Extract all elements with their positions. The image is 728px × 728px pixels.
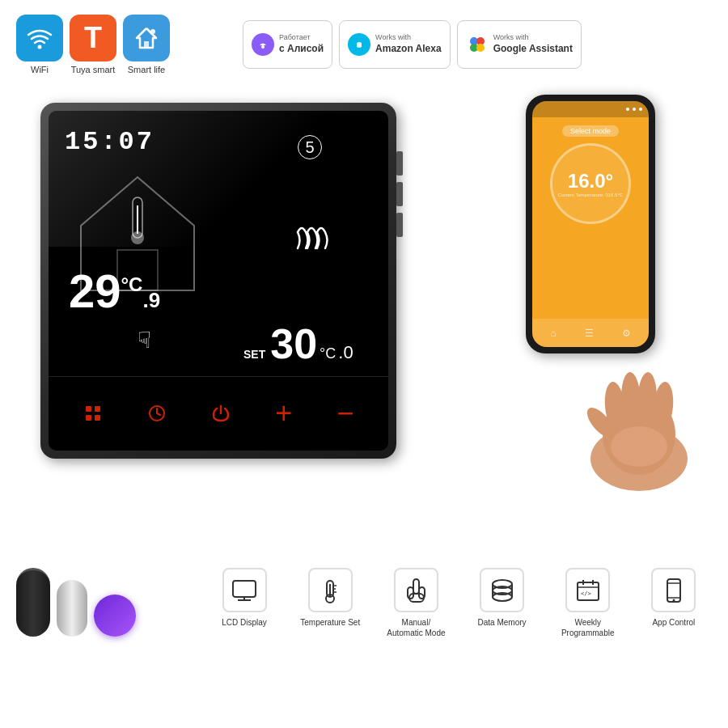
svg-text:</>: </> — [581, 590, 591, 597]
svg-point-2 — [150, 29, 155, 34]
alice-badge-text: Работает с Алисой — [279, 33, 324, 55]
feature-manual: Manual/ Automatic Mode — [383, 568, 448, 638]
period-icon: 5 — [298, 135, 322, 159]
set-temp-value: 30 — [270, 320, 317, 368]
touch-buttons-area[interactable]: + − — [49, 376, 388, 451]
svg-line-21 — [157, 413, 160, 415]
wifi-icon-wrap: WiFi — [16, 15, 63, 74]
increase-button[interactable]: + — [275, 399, 292, 428]
side-btn-3[interactable] — [396, 213, 403, 237]
heating-icon — [243, 220, 376, 258]
badges-group: Работает с Алисой Works with Amazon Alex… — [243, 20, 582, 69]
google-brand: Google Assistant — [493, 43, 573, 56]
hand-holding-phone — [558, 329, 720, 494]
side-btn-2[interactable] — [396, 182, 403, 206]
weekly-programmable-icon: </> — [574, 576, 603, 605]
current-temp-decimal: .9 — [142, 288, 160, 312]
phone-mode-label[interactable]: Select mode — [562, 125, 619, 137]
wifi-label: WiFi — [31, 65, 49, 74]
current-temp-display: 29°C.9 — [69, 268, 160, 315]
alice-brand: с Алисой — [279, 43, 324, 56]
set-temp-unit: °C — [320, 345, 336, 362]
feature-temp-set: Temperature Set — [298, 568, 362, 638]
phone-settings-nav[interactable]: ⚙ — [622, 328, 631, 339]
menu-button[interactable] — [83, 404, 103, 423]
current-temp-unit: °C — [121, 273, 143, 295]
echo-white-cylinder — [57, 580, 87, 637]
alice-works: Работает — [279, 33, 324, 43]
phone-device: Select mode 16.0° Current Temperature: 0… — [526, 95, 655, 353]
top-section: WiFi T Tuya smart Smart life — [0, 0, 728, 78]
lcd-display-area: 15:07 — [49, 111, 388, 376]
phone-bottom-nav[interactable]: ⌂ ☰ ⚙ — [532, 319, 649, 347]
svg-point-4 — [261, 45, 265, 49]
alice-svg-icon — [256, 37, 270, 52]
smartlife-icon-box — [123, 15, 170, 61]
svg-rect-53 — [667, 579, 680, 602]
power-button[interactable] — [211, 404, 231, 423]
decrease-button[interactable]: − — [336, 399, 353, 428]
hand-touch-icon — [401, 576, 430, 605]
weekly-label: Weekly Programmable — [556, 617, 620, 638]
menu-icon — [83, 404, 103, 423]
amazon-echo-white — [57, 580, 87, 637]
svg-point-56 — [672, 599, 675, 601]
alexa-works: Works with — [375, 33, 442, 43]
svg-rect-18 — [95, 415, 100, 421]
temp-set-icon-box — [308, 568, 353, 612]
side-buttons — [396, 151, 403, 237]
temp-set-label: Temperature Set — [300, 617, 360, 628]
svg-point-9 — [476, 44, 485, 52]
alexa-svg-icon — [352, 37, 366, 52]
echo-dot-purple — [94, 595, 136, 637]
feature-app: App Control — [641, 568, 706, 638]
thermostat-container: 15:07 — [16, 87, 404, 475]
echo-dark-cylinder — [16, 568, 50, 637]
feature-memory: Data Memory — [470, 568, 535, 638]
svg-rect-16 — [95, 406, 100, 412]
app-icons-group: WiFi T Tuya smart Smart life — [16, 15, 170, 74]
phone-temp-circle: 16.0° Current Temperature: 016.5°C — [550, 143, 631, 224]
tuya-icon-box: T — [70, 15, 116, 61]
app-control-icon — [659, 576, 688, 605]
alexa-icon — [348, 33, 370, 56]
lcd-label: LCD Display — [222, 617, 267, 628]
weekly-icon-box: </> — [565, 568, 610, 612]
bottom-section: LCD Display Temperature Set — [0, 556, 728, 646]
lcd-right: 5 SET — [235, 111, 388, 376]
alexa-brand: Amazon Alexa — [375, 43, 442, 56]
clock-icon — [147, 404, 167, 423]
smartlife-icon-wrap: Smart life — [123, 15, 170, 74]
svg-rect-15 — [86, 406, 91, 412]
google-icon — [466, 33, 489, 56]
data-memory-icon — [488, 576, 517, 605]
alexa-badge-text: Works with Amazon Alexa — [375, 33, 442, 55]
feature-lcd: LCD Display — [212, 568, 277, 638]
amazon-echo-dark — [16, 568, 50, 637]
thermostat-screen: 15:07 — [49, 111, 388, 451]
lcd-display-icon — [230, 576, 259, 605]
floor-heating-icon: ☟ — [65, 327, 223, 353]
main-content: 15:07 — [0, 78, 728, 548]
side-btn-1[interactable] — [396, 151, 403, 176]
lcd-icon-box — [222, 568, 267, 612]
current-temp-value: 29 — [69, 265, 121, 317]
tuya-letter: T — [84, 21, 102, 55]
memory-label: Data Memory — [478, 617, 527, 628]
phone-home-nav[interactable]: ⌂ — [550, 328, 556, 339]
manual-label: Manual/ Automatic Mode — [383, 617, 448, 638]
svg-rect-39 — [413, 579, 419, 594]
phone-menu-nav[interactable]: ☰ — [585, 328, 594, 339]
clock-button[interactable] — [147, 404, 167, 423]
tuya-icon-wrap: T Tuya smart — [70, 15, 116, 74]
phone-status-bar — [532, 101, 649, 117]
svg-rect-40 — [408, 587, 413, 599]
google-svg-icon — [468, 35, 487, 54]
phone-content: Select mode 16.0° Current Temperature: 0… — [532, 117, 649, 232]
alice-icon — [252, 33, 274, 56]
thermometer-icon — [315, 576, 345, 605]
time-display: 15:07 — [65, 127, 223, 157]
google-works: Works with — [493, 33, 573, 43]
google-badge-text: Works with Google Assistant — [493, 33, 573, 55]
dot-purple-sphere — [94, 595, 136, 637]
